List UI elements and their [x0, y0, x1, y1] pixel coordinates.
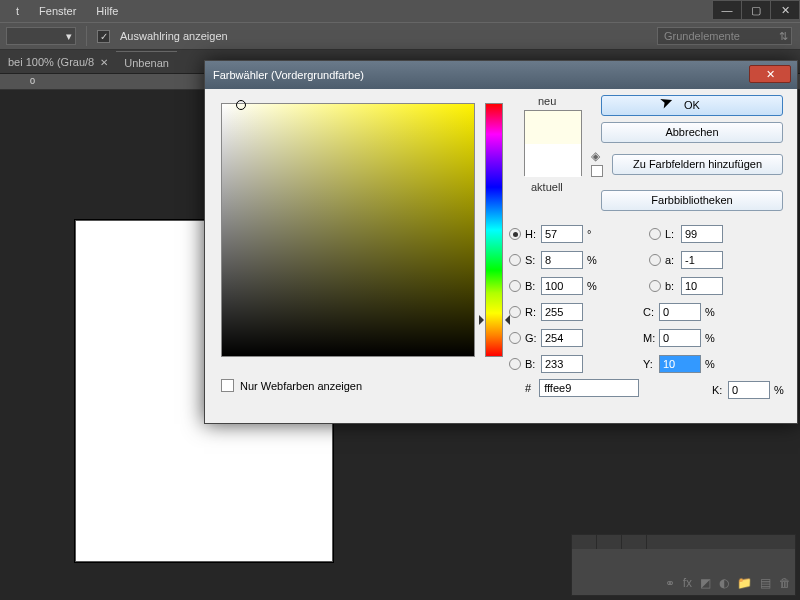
close-window-button[interactable]: ✕ [770, 0, 800, 20]
ok-button[interactable]: OK [601, 95, 783, 116]
radio-r[interactable] [509, 306, 521, 318]
radio-s[interactable] [509, 254, 521, 266]
color-preview[interactable] [524, 110, 582, 176]
input-y[interactable] [659, 355, 701, 373]
new-color-label: neu [538, 95, 556, 107]
ruler-tick: 0 [30, 76, 35, 86]
label-y: Y: [643, 358, 659, 370]
document-tab-1[interactable]: Unbenan [116, 51, 177, 73]
input-a[interactable] [681, 251, 723, 269]
menu-bar: t Fenster Hilfe — ▢ ✕ [0, 0, 800, 22]
dialog-body: neu aktuell ◈ OK Abbrechen Zu Farbfelder… [205, 89, 797, 117]
window-controls: — ▢ ✕ [713, 0, 800, 20]
radio-b-brightness[interactable] [509, 280, 521, 292]
color-picker-dialog: Farbwähler (Vordergrundfarbe) ✕ neu aktu… [204, 60, 798, 424]
panel-tab[interactable] [622, 535, 647, 549]
unit-bv: % [583, 280, 601, 292]
options-bar: ▾ ✓ Auswahlring anzeigen Grundelemente ⇅ [0, 22, 800, 50]
input-b-rgb[interactable] [541, 355, 583, 373]
label-h: H: [525, 228, 541, 240]
layer-action-strip: ⚭ fx ◩ ◐ 📁 ▤ 🗑 [665, 573, 791, 593]
label-b-brightness: B: [525, 280, 541, 292]
chevron-updown-icon: ⇅ [779, 30, 788, 43]
layers-panel[interactable]: ⚭ fx ◩ ◐ 📁 ▤ 🗑 [571, 534, 796, 596]
menu-item-t[interactable]: t [6, 5, 29, 17]
menu-item-hilfe[interactable]: Hilfe [86, 5, 128, 17]
selection-ring-checkbox[interactable]: ✓ [97, 30, 110, 43]
unit-k: % [770, 384, 788, 396]
gamut-warning-icon[interactable]: ◈ [591, 149, 600, 163]
label-k: K: [712, 384, 728, 396]
hue-slider[interactable] [485, 103, 503, 357]
unit-h: ° [583, 228, 601, 240]
dialog-close-button[interactable]: ✕ [749, 65, 791, 83]
web-colors-only-row: Nur Webfarben anzeigen [221, 379, 362, 392]
input-h[interactable] [541, 225, 583, 243]
label-c: C: [643, 306, 659, 318]
minimize-button[interactable]: — [712, 0, 742, 20]
input-l[interactable] [681, 225, 723, 243]
unit-s: % [583, 254, 601, 266]
selection-ring-label: Auswahlring anzeigen [120, 30, 228, 42]
preset-dropdown[interactable]: Grundelemente ⇅ [657, 27, 792, 45]
document-tab-0[interactable]: bei 100% (Grau/8 ✕ [0, 51, 116, 73]
web-colors-checkbox[interactable] [221, 379, 234, 392]
dialog-titlebar[interactable]: Farbwähler (Vordergrundfarbe) ✕ [205, 61, 797, 89]
hex-row: # [525, 379, 639, 397]
gamut-swatch[interactable] [591, 165, 603, 177]
tab-label: bei 100% (Grau/8 [8, 56, 94, 68]
link-icon[interactable]: ⚭ [665, 576, 675, 590]
cancel-button[interactable]: Abbrechen [601, 122, 783, 143]
panel-tab[interactable] [597, 535, 622, 549]
unit-m: % [701, 332, 719, 344]
label-l: L: [665, 228, 681, 240]
input-c[interactable] [659, 303, 701, 321]
label-b-lab: b: [665, 280, 681, 292]
saturation-value-field[interactable] [221, 103, 475, 357]
chevron-down-icon: ▾ [66, 30, 72, 43]
close-icon[interactable]: ✕ [100, 57, 108, 68]
input-k[interactable] [728, 381, 770, 399]
input-b-lab[interactable] [681, 277, 723, 295]
label-b-rgb: B: [525, 358, 541, 370]
current-color-label: aktuell [531, 181, 563, 193]
unit-y: % [701, 358, 719, 370]
current-color-swatch [525, 144, 581, 177]
new-color-swatch [525, 111, 581, 144]
label-m: M: [643, 332, 659, 344]
menu-item-fenster[interactable]: Fenster [29, 5, 86, 17]
input-g[interactable] [541, 329, 583, 347]
input-r[interactable] [541, 303, 583, 321]
radio-l[interactable] [649, 228, 661, 240]
maximize-button[interactable]: ▢ [741, 0, 771, 20]
unit-c: % [701, 306, 719, 318]
fx-icon[interactable]: fx [683, 576, 692, 590]
radio-g[interactable] [509, 332, 521, 344]
trash-icon[interactable]: 🗑 [779, 576, 791, 590]
input-s[interactable] [541, 251, 583, 269]
hash-label: # [525, 382, 531, 394]
web-colors-label: Nur Webfarben anzeigen [240, 380, 362, 392]
options-dropdown[interactable]: ▾ [6, 27, 76, 45]
add-to-swatches-button[interactable]: Zu Farbfeldern hinzufügen [612, 154, 783, 175]
input-hex[interactable] [539, 379, 639, 397]
color-libraries-button[interactable]: Farbbibliotheken [601, 190, 783, 211]
panel-tab[interactable] [572, 535, 597, 549]
radio-h[interactable] [509, 228, 521, 240]
mask-icon[interactable]: ◩ [700, 576, 711, 590]
panel-tabs [572, 535, 795, 549]
new-layer-icon[interactable]: ▤ [760, 576, 771, 590]
label-s: S: [525, 254, 541, 266]
color-values-grid: H: ° L: S: % a: B: [509, 221, 788, 403]
adjustment-icon[interactable]: ◐ [719, 576, 729, 590]
label-g: G: [525, 332, 541, 344]
input-m[interactable] [659, 329, 701, 347]
folder-icon[interactable]: 📁 [737, 576, 752, 590]
close-icon: ✕ [766, 68, 775, 81]
radio-a[interactable] [649, 254, 661, 266]
input-b-brightness[interactable] [541, 277, 583, 295]
radio-b-rgb[interactable] [509, 358, 521, 370]
check-icon: ✓ [100, 31, 108, 42]
sv-cursor-icon [236, 100, 246, 110]
radio-b-lab[interactable] [649, 280, 661, 292]
